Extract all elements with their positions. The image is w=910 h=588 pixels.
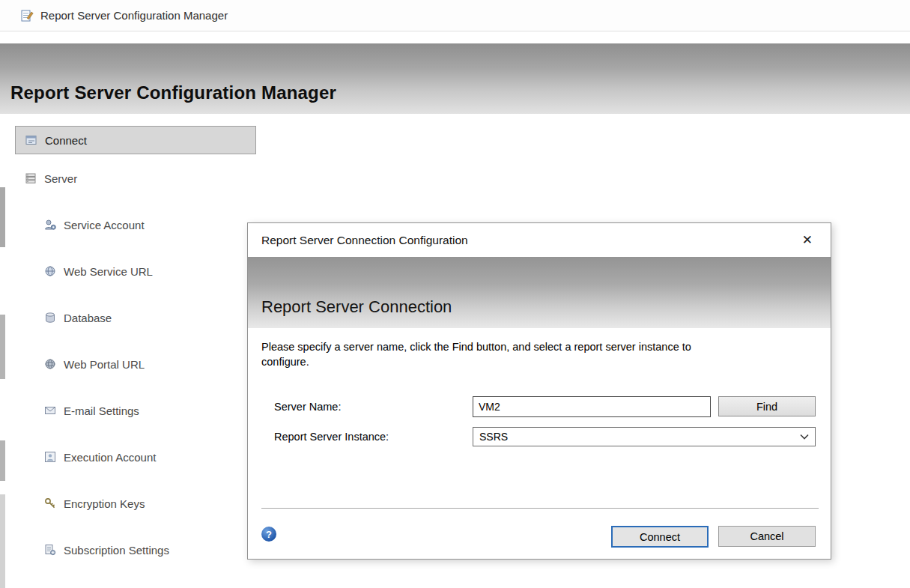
email-settings-icon [43,404,56,417]
sidebar-item-server[interactable]: Server [15,163,256,193]
database-icon [43,312,56,324]
instance-value: SSRS [479,431,508,443]
service-account-icon [43,219,56,231]
page-title: Report Server Configuration Manager [10,82,336,103]
dialog-banner: Report Server Connection [248,257,831,328]
sidebar-item-label: Server [44,172,77,185]
server-name-input[interactable] [473,396,711,417]
execution-account-icon [43,451,56,464]
sidebar-item-label: Connect [45,134,87,147]
sidebar-item-web-service-url[interactable]: Web Service URL [15,256,256,286]
sidebar-item-execution-account[interactable]: Execution Account [15,442,256,472]
subscription-settings-icon [43,544,56,557]
sidebar-item-subscription-settings[interactable]: Subscription Settings [15,535,256,565]
cancel-button[interactable]: Cancel [718,526,816,547]
connect-icon [25,134,37,147]
find-button[interactable]: Find [718,396,816,416]
web-portal-url-icon [43,358,56,371]
left-edge-artifact [0,315,5,379]
sidebar-item-label: Execution Account [64,451,156,464]
sidebar-item-web-portal-url[interactable]: Web Portal URL [15,349,256,379]
dialog-instruction: Please specify a server name, click the … [261,339,715,369]
dialog-banner-title: Report Server Connection [261,297,452,317]
screen: Report Server Configuration Manager Repo… [0,0,910,588]
sidebar: Connect Server [15,126,256,588]
sidebar-item-email-settings[interactable]: E-mail Settings [15,395,256,425]
help-icon[interactable]: ? [261,527,276,542]
sidebar-item-label: Web Portal URL [64,358,145,371]
sidebar-item-service-account[interactable]: Service Account [15,210,256,240]
sidebar-item-encryption-keys[interactable]: Encryption Keys [15,488,256,518]
server-name-label: Server Name: [274,401,341,413]
window-titlebar[interactable]: Report Server Configuration Manager [0,0,910,31]
sidebar-item-label: Service Account [64,219,145,231]
connect-button[interactable]: Connect [611,526,709,548]
window-title: Report Server Configuration Manager [40,9,228,22]
sidebar-item-label: Subscription Settings [64,544,169,557]
sidebar-item-label: Database [64,312,112,324]
sidebar-item-label: Web Service URL [64,265,153,278]
sidebar-item-database[interactable]: Database [15,303,256,333]
dialog-divider [261,508,819,509]
left-edge-artifact [0,440,5,481]
sidebar-item-label: Encryption Keys [64,497,145,510]
instance-label: Report Server Instance: [274,431,389,443]
sidebar-item-label: E-mail Settings [64,404,139,417]
sidebar-item-connect[interactable]: Connect [15,126,256,154]
left-edge-artifact [0,494,5,588]
connection-dialog: Report Server Connection Configuration ✕… [247,222,831,560]
header-banner: Report Server Configuration Manager [0,43,910,114]
left-edge-artifact [0,187,5,247]
dialog-title: Report Server Connection Configuration [261,234,468,247]
web-service-url-icon [43,265,56,278]
close-icon[interactable]: ✕ [798,231,817,249]
app-icon [20,9,34,22]
chevron-down-icon [800,434,809,440]
encryption-keys-icon [43,497,56,510]
dialog-titlebar[interactable]: Report Server Connection Configuration ✕ [248,223,831,257]
server-icon [24,172,37,185]
instance-select[interactable]: SSRS [473,427,816,446]
